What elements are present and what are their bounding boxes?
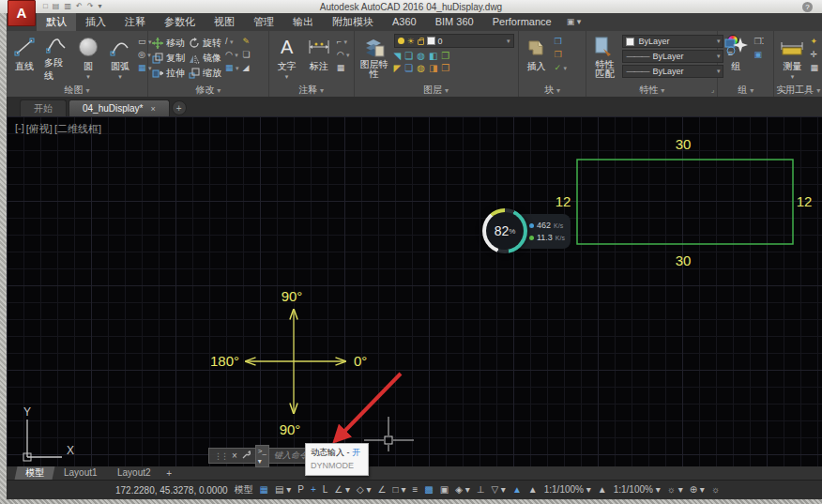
dock-wrench-icon[interactable]: [242, 451, 251, 461]
workspace-switching-icon[interactable]: ☼ ▾: [667, 481, 683, 498]
new-layout-icon[interactable]: +: [160, 468, 177, 479]
layer-dropdown-arrow-icon[interactable]: ▾: [507, 38, 510, 45]
match-properties-button[interactable]: 特性匹配: [590, 34, 618, 84]
utilities-panel-label[interactable]: 实用工具 ▾: [774, 84, 822, 96]
object-snap-tracking-icon[interactable]: ∠: [378, 481, 387, 498]
layer-sun-icon[interactable]: ☀: [407, 37, 415, 46]
layer-off-icon[interactable]: ◥: [394, 51, 402, 61]
layers-panel-label[interactable]: 图层 ▾: [355, 84, 518, 96]
move-button[interactable]: 移动: [152, 36, 185, 50]
array-tool-icon[interactable]: ▦ ▾: [225, 63, 239, 73]
arc-dropdown-icon[interactable]: ▾: [118, 74, 122, 79]
table-tool-icon[interactable]: ▦: [337, 63, 350, 73]
polar-tracking-icon[interactable]: ∠ ▾: [334, 481, 350, 498]
layer-dropdown[interactable]: ☀ 0 ▾: [394, 34, 514, 48]
quick-access-toolbar[interactable]: □ ▤ ▥ ↶ ↷ ▾: [43, 0, 101, 13]
annotation-visibility-icon[interactable]: ▲: [512, 481, 522, 498]
group-button[interactable]: 组: [722, 34, 750, 84]
line-button[interactable]: 直线: [10, 34, 38, 84]
ucs-icon[interactable]: Y X: [23, 405, 74, 461]
create-block-icon[interactable]: ❒: [555, 37, 568, 47]
new-tab-icon[interactable]: +: [172, 100, 187, 115]
mleader-tool-icon[interactable]: ◠ ▾: [337, 50, 350, 60]
circle-dropdown-icon[interactable]: ▾: [86, 74, 90, 79]
dock-close-icon[interactable]: ×: [232, 451, 237, 461]
ribbon-tab-bim360[interactable]: BIM 360: [426, 13, 483, 31]
ribbon-tab-performance[interactable]: Performance: [483, 13, 561, 31]
edit-block-icon[interactable]: ❒: [555, 50, 568, 60]
ribbon-tab-addins[interactable]: 附加模块: [323, 13, 383, 31]
new-icon[interactable]: □: [43, 0, 48, 13]
layer-unisolate-icon[interactable]: ◤: [394, 63, 402, 73]
properties-dialog-launcher-icon[interactable]: ⌟: [711, 84, 715, 96]
scale-button[interactable]: 缩放: [189, 66, 221, 80]
command-prompt-icon[interactable]: >_ ▾: [255, 445, 269, 467]
ribbon-tab-view[interactable]: 视图: [205, 13, 244, 31]
file-tab-start[interactable]: 开始: [20, 99, 67, 116]
layer-unlock-icon[interactable]: ◍: [417, 63, 425, 73]
measure-button[interactable]: 测量 ▾: [778, 34, 806, 84]
undo-icon[interactable]: ↶: [76, 0, 83, 13]
dynamic-input-icon[interactable]: +: [311, 481, 316, 498]
layer-current-icon[interactable]: ◨: [429, 63, 437, 73]
ribbon-tab-home[interactable]: 默认: [37, 13, 76, 31]
erase-tool-icon[interactable]: ✎: [243, 37, 251, 47]
layer-color-swatch[interactable]: [427, 37, 435, 45]
ortho-icon[interactable]: L: [323, 481, 328, 498]
ribbon-tab-output[interactable]: 输出: [283, 13, 323, 31]
grid-icon[interactable]: ▦: [260, 481, 268, 498]
dock-grip-icon[interactable]: ⋮⋮: [214, 451, 227, 461]
model-space-button[interactable]: 模型: [235, 481, 253, 498]
snap-icon[interactable]: ▤ ▾: [275, 481, 291, 498]
selection-filter-icon[interactable]: ▽ ▾: [491, 481, 506, 498]
file-tab-document[interactable]: 04_huDisplay* ×: [68, 99, 170, 116]
layer-properties-button[interactable]: 图层特性: [358, 34, 390, 84]
annotate-panel-label[interactable]: 注释 ▾: [269, 84, 354, 96]
arc-button[interactable]: 圆弧 ▾: [106, 34, 134, 84]
group-edit-icon[interactable]: ▣: [754, 50, 764, 60]
ribbon-tab-insert[interactable]: 插入: [76, 13, 115, 31]
open-icon[interactable]: ▤: [53, 0, 60, 13]
layer-thaw-icon[interactable]: ❏: [404, 63, 413, 73]
lineweight-icon[interactable]: ≡: [412, 481, 418, 498]
quick-select-icon[interactable]: ✦: [810, 37, 818, 47]
annotation-scale-sync-icon[interactable]: ▲: [598, 481, 607, 498]
quick-calc-icon[interactable]: ✛: [810, 50, 818, 60]
command-line-dock[interactable]: ⋮⋮ × >_ ▾ 键入命令: [208, 448, 310, 464]
close-tab-icon[interactable]: ×: [151, 100, 156, 117]
leader-tool-icon[interactable]: ⌐ ▾: [337, 37, 350, 47]
autocad-logo[interactable]: A: [8, 0, 36, 26]
lineweight-dropdown[interactable]: ——— ByLayer ▾: [622, 65, 723, 78]
3d-object-snap-icon[interactable]: ◈ ▾: [455, 481, 470, 498]
ungroup-icon[interactable]: ❒⁚: [754, 37, 764, 47]
mirror-button[interactable]: 镜像: [189, 51, 221, 65]
text-button[interactable]: A 文字 ▾: [273, 34, 301, 84]
layout-tab-model[interactable]: 模型: [15, 466, 55, 480]
infer-constraints-icon[interactable]: P: [297, 481, 304, 498]
save-icon[interactable]: ▥: [64, 0, 71, 13]
ribbon-display-toggle-icon[interactable]: ▣ ▾: [567, 13, 582, 31]
layer-lock-tool-icon[interactable]: ◧: [429, 51, 437, 61]
layer-freeze-icon[interactable]: ◍: [417, 51, 425, 61]
polyline-button[interactable]: 多段线: [42, 34, 70, 84]
drawn-rectangle[interactable]: [577, 160, 793, 244]
measure-dropdown-icon[interactable]: ▾: [791, 74, 795, 79]
ribbon-tab-annotate[interactable]: 注释: [115, 13, 155, 31]
help-icon[interactable]: ?: [802, 2, 813, 12]
layer-lock-icon[interactable]: [418, 39, 424, 45]
dimension-button[interactable]: 标注: [305, 34, 333, 84]
transparency-icon[interactable]: ▩: [424, 481, 433, 498]
fillet-tool-icon[interactable]: ◠ ▾: [225, 50, 239, 60]
isodraft-icon[interactable]: ◇ ▾: [357, 481, 372, 498]
object-snap-icon[interactable]: □ ▾: [393, 481, 406, 498]
rotate-button[interactable]: 旋转: [189, 36, 221, 50]
layer-isolate-icon[interactable]: ❏: [404, 51, 413, 61]
explode-tool-icon[interactable]: ❏: [243, 50, 251, 60]
block-attributes-icon[interactable]: ✓ ▾: [555, 63, 568, 73]
annotation-scale-button[interactable]: 1:1/100% ▾: [544, 481, 591, 498]
drawing-canvas[interactable]: [-] [俯视] [二维线框] 462K/s 11.3K/s 82%: [7, 116, 822, 466]
stretch-button[interactable]: 拉伸: [152, 66, 185, 80]
layer-match-icon[interactable]: ❐: [441, 51, 449, 61]
insert-button[interactable]: 插入: [523, 34, 551, 84]
layout-tab-layout2[interactable]: Layout2: [106, 466, 161, 480]
